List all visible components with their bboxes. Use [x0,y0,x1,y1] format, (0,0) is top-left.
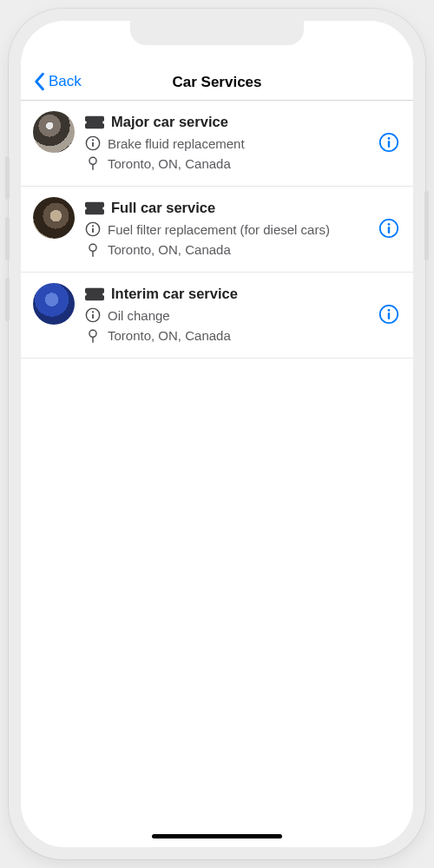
info-button[interactable] [377,130,401,155]
ticket-icon [85,287,104,301]
avatar [33,111,75,153]
svg-point-6 [388,137,391,140]
service-row[interactable]: Interim car service Oil change [21,273,413,358]
avatar [33,197,75,239]
phone-frame: Back Car Services Major car service [9,9,425,859]
service-detail: Fuel filter replacement (for diesel cars… [108,220,330,240]
page-title: Car Services [172,74,261,91]
service-title: Interim car service [111,283,238,306]
svg-rect-23 [388,312,390,319]
info-circle-icon [378,132,399,153]
location-pin-icon [85,328,101,344]
svg-rect-10 [92,228,94,233]
service-location: Toronto, ON, Canada [108,154,231,174]
info-small-icon [85,221,101,237]
svg-rect-2 [92,142,94,147]
service-content: Interim car service Oil change [85,283,366,345]
info-small-icon [85,307,101,323]
service-title: Major car service [111,111,228,134]
svg-point-17 [92,312,94,313]
services-list: Major car service Brake fluid replacemen… [21,101,413,847]
service-detail: Oil change [108,306,170,326]
ticket-icon [85,115,104,129]
info-button[interactable] [377,302,401,326]
info-button[interactable] [377,216,401,240]
notch [130,21,304,45]
svg-rect-15 [388,227,390,233]
home-indicator[interactable] [152,834,282,838]
avatar [33,283,75,325]
location-pin-icon [85,155,101,171]
chevron-left-icon [33,72,45,91]
service-detail: Brake fluid replacement [108,134,245,154]
svg-point-11 [89,244,96,251]
svg-point-3 [89,158,96,165]
back-button[interactable]: Back [33,72,82,91]
service-location: Toronto, ON, Canada [108,240,231,260]
svg-rect-7 [388,141,390,148]
svg-point-1 [92,140,94,141]
service-content: Major car service Brake fluid replacemen… [85,111,366,174]
ticket-icon [85,201,104,215]
svg-rect-18 [92,314,94,319]
service-location: Toronto, ON, Canada [108,326,231,345]
location-pin-icon [85,242,101,258]
back-label: Back [49,73,82,90]
svg-point-9 [92,226,94,227]
info-circle-icon [378,304,399,325]
svg-point-22 [388,309,391,312]
svg-point-19 [89,330,96,337]
screen: Back Car Services Major car service [21,21,413,847]
service-row[interactable]: Full car service Fuel filter replacement… [21,187,413,273]
info-circle-icon [378,218,399,239]
service-content: Full car service Fuel filter replacement… [85,197,366,260]
info-small-icon [85,135,101,151]
service-row[interactable]: Major car service Brake fluid replacemen… [21,101,413,187]
service-title: Full car service [111,197,215,220]
svg-point-14 [388,223,391,226]
